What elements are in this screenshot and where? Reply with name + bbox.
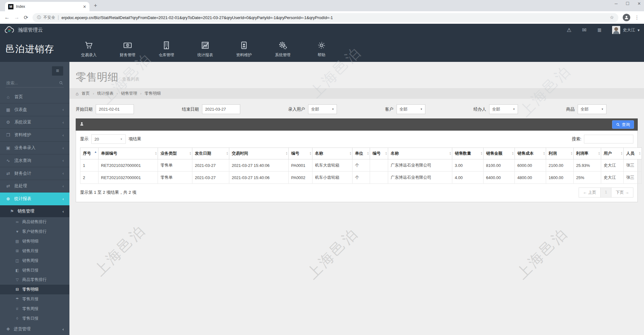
entry-user-select[interactable]: 全部 ▼ — [308, 104, 337, 114]
back-icon[interactable]: ← — [4, 14, 10, 21]
sort-icon: ▴▾ — [598, 152, 600, 155]
col-seq[interactable]: 序号▲ — [80, 148, 99, 159]
handler-select[interactable]: 全部 ▼ — [489, 104, 518, 114]
sidebar-item-sales-detail[interactable]: ▤ 销售明细 — [0, 237, 69, 246]
bookmark-star-icon[interactable]: ☆ — [610, 15, 614, 20]
end-date-input[interactable] — [202, 104, 240, 114]
sidebar-item-system-settings[interactable]: ⚙ 系统设置 ‹ — [0, 116, 69, 129]
sidebar-item-data-maintenance[interactable]: ❐ 资料维护 ‹ — [0, 129, 69, 142]
window-maximize-icon[interactable]: ☐ — [626, 1, 629, 6]
col-unit[interactable]: 单位▴▾ — [352, 148, 370, 159]
breadcrumb-current: 零售明细 — [145, 91, 161, 96]
breadcrumb-sales[interactable]: 销售管理 — [121, 91, 137, 96]
breadcrumb-reports[interactable]: 统计报表 — [97, 91, 114, 96]
user-menu[interactable]: 史大江 ▾ — [612, 26, 640, 34]
app-logo[interactable]: 瀚琚管理云 — [4, 26, 43, 34]
chart-icon — [200, 41, 210, 50]
breadcrumb-home[interactable]: 首页 — [82, 91, 90, 96]
browser-tab[interactable]: M Index ✕ — [5, 2, 89, 11]
next-page-button[interactable]: 下页 → — [611, 188, 633, 198]
new-tab-button[interactable]: + — [94, 2, 97, 9]
sidebar-toggle-icon[interactable]: ≡ — [52, 66, 63, 76]
sidebar-item-home[interactable]: ⌂ 首页 — [0, 91, 69, 103]
col-prod-name[interactable]: 名称▴▾ — [312, 148, 352, 159]
sidebar-search-input[interactable] — [6, 81, 59, 85]
sidebar-item-retail-daily[interactable]: ◊ 零售日报 — [0, 313, 69, 323]
sidebar-item-product-sales-ranking[interactable]: ∞ 商品销售排行 — [0, 217, 69, 227]
sidebar-item-retail-weekly[interactable]: ♕ 零售周报 — [0, 304, 69, 314]
product-select[interactable]: 全部 ▼ — [578, 104, 606, 114]
building-icon — [162, 41, 171, 50]
tag-icon: ◊ — [15, 316, 19, 321]
col-party-name[interactable]: 名称▴▾ — [388, 148, 452, 159]
sidebar-item-batch[interactable]: ⇄ 批处理 ‹ — [0, 180, 69, 193]
sort-icon: ▴▾ — [310, 152, 311, 155]
info-icon[interactable]: ⓘ — [37, 15, 41, 20]
sidebar-item-order-entry[interactable]: ▣ 业务单录入 ‹ — [0, 142, 69, 154]
table-row[interactable]: 2 RET20210327000001 零售单 2021-03-27 2021-… — [80, 172, 642, 184]
col-profit[interactable]: 利润▴▾ — [546, 148, 574, 159]
sort-icon: ▴▾ — [639, 152, 640, 155]
menu-item-finance[interactable]: 财务管理 — [108, 36, 147, 62]
menu-item-help[interactable]: 帮助 — [302, 36, 341, 62]
sidebar-item-accounting[interactable]: ⇄ 财务会计 ‹ — [0, 167, 69, 180]
sidebar-item-statistics-reports[interactable]: ⊕ 统计报表 ‹ — [0, 192, 69, 205]
browser-profile-icon[interactable] — [623, 14, 630, 21]
table-search-input[interactable] — [584, 135, 633, 143]
tab-close-icon[interactable]: ✕ — [83, 4, 86, 9]
col-user[interactable]: 用户▴▾ — [601, 148, 624, 159]
person-icon — [79, 122, 84, 128]
col-doc-no[interactable]: 单据编号▴▾ — [99, 148, 158, 159]
menu-item-reports[interactable]: 统计报表 — [186, 36, 225, 62]
prev-page-button[interactable]: ← 上页 — [579, 188, 601, 198]
menu-item-warehouse[interactable]: 仓库管理 — [147, 36, 186, 62]
sidebar-search[interactable] — [6, 79, 64, 88]
start-date-input[interactable] — [96, 104, 134, 114]
sidebar-item-sales-daily[interactable]: ◧ 销售日报 — [0, 265, 69, 275]
chevron-left-icon: ‹ — [63, 120, 64, 125]
sidebar-item-purchase-management[interactable]: ❖ 进货管理 ‹ — [0, 323, 69, 335]
product-label: 商品 — [566, 107, 575, 112]
table-row[interactable]: 1 RET20210327000001 零售单 2021-03-27 2021-… — [80, 159, 642, 172]
sort-icon: ▴▾ — [571, 152, 572, 155]
col-prod-code[interactable]: 编号▴▾ — [289, 148, 312, 159]
tasks-icon[interactable]: ≣ — [597, 27, 601, 33]
col-biz-type[interactable]: 业务类型▴▾ — [158, 148, 192, 159]
page-size-select[interactable]: 20 ▼ — [91, 134, 126, 144]
menu-item-transactions[interactable]: 交易录入 — [69, 36, 108, 62]
select-arrow-icon: ▼ — [601, 108, 604, 111]
browser-menu-icon[interactable]: ⋮ — [635, 15, 640, 20]
sidebar-item-sales-management[interactable]: ⚑ 销售管理 ‹ — [0, 205, 69, 217]
col-person[interactable]: 人员▴▾ — [624, 148, 642, 159]
col-sales-amount[interactable]: 销售金额▴▾ — [484, 148, 515, 159]
sidebar-item-retail-detail[interactable]: ⊟ 零售明细 — [0, 285, 69, 294]
sidebar-item-sales-monthly[interactable]: ⊞ 销售月报 — [0, 246, 69, 256]
menu-item-data-maintenance[interactable]: 资料维护 — [225, 36, 263, 62]
alerts-icon[interactable]: ⚠ — [567, 27, 571, 33]
menu-item-system[interactable]: 系统管理 — [263, 36, 302, 62]
address-bar[interactable]: ⓘ 不安全 | erpdoc.epoerp.cn/Biz/Stat/Retail… — [33, 13, 618, 22]
col-sales-qty[interactable]: 销售数量▴▾ — [452, 148, 484, 159]
window-minimize-icon[interactable]: ─ — [615, 1, 617, 6]
sidebar-item-customer-sales-ranking[interactable]: ♥ 客户销售排行 — [0, 227, 69, 237]
sidebar-item-retail-monthly[interactable]: ☂ 零售月报 — [0, 294, 69, 304]
window-close-icon[interactable]: ✕ — [637, 1, 641, 6]
security-label: 不安全 — [43, 15, 55, 20]
chevron-left-icon: ‹ — [63, 146, 64, 150]
col-occur-date[interactable]: 发生日期▴▾ — [192, 148, 229, 159]
sidebar-item-dashboard[interactable]: ▦ 仪表盘 ‹ — [0, 103, 69, 116]
app-brand: 邑泊进销存 — [0, 36, 69, 62]
sidebar-item-sales-weekly[interactable]: ◫ 销售周报 — [0, 256, 69, 265]
messages-icon[interactable]: ✉ — [582, 27, 586, 33]
query-button[interactable]: 查询 — [612, 120, 634, 129]
col-sales-cost[interactable]: 销售成本▴▾ — [515, 148, 546, 159]
sidebar-item-product-retail-ranking[interactable]: ▽ 商品零售排行 — [0, 275, 69, 285]
col-trade-time[interactable]: 交易时间▴▾ — [229, 148, 289, 159]
customer-select[interactable]: 全部 ▼ — [397, 104, 425, 114]
forward-icon[interactable]: → — [14, 14, 19, 21]
refresh-icon[interactable]: ⟳ — [24, 14, 28, 21]
dashboard-icon: ▦ — [6, 107, 11, 112]
col-party-code[interactable]: 编号▴▾ — [370, 148, 388, 159]
col-profit-rate[interactable]: 利润率▴▾ — [574, 148, 601, 159]
sidebar-item-flow-query[interactable]: ∿ 流水查询 ‹ — [0, 154, 69, 167]
